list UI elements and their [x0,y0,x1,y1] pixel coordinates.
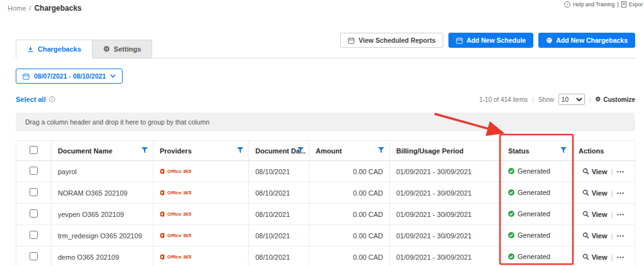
column-header-document-date[interactable]: Document Da... ↑ [249,141,309,161]
row-checkbox[interactable] [30,231,38,239]
row-checkbox[interactable] [30,209,38,218]
provider-cell: Office 365 [153,182,249,204]
view-button[interactable]: View [582,232,608,240]
column-header-amount[interactable]: Amount [309,141,390,161]
help-and-training-link[interactable]: Help and Training [573,1,615,8]
billing-period-cell: 01/09/2021 - 30/09/2021 [390,247,502,266]
amount-cell: 0.00 CAD [309,247,390,266]
provider-name: Office 365 [167,190,191,196]
actions-divider: | [611,189,613,197]
customize-label: Customize [603,96,635,103]
topbar-divider: | [618,1,619,8]
plus-circle-icon: ⊕ [546,36,552,44]
status-cell: Generated [502,161,572,182]
actions-divider: | [611,211,613,218]
row-checkbox-cell [16,161,52,182]
office-365-icon [160,233,165,238]
actions-divider: | [611,232,613,240]
topbar-links: ? Help and Training | Expor [564,1,643,8]
pagination-controls: 1-10 of 414 items | Show 10 | ⚙ Customiz… [479,94,635,105]
tab-chargebacks[interactable]: Chargebacks [16,40,92,58]
calendar-icon [23,73,30,80]
status-label: Generated [518,210,550,218]
row-checkbox[interactable] [30,252,38,260]
filter-icon[interactable] [237,147,243,155]
group-by-drop-zone[interactable]: Drag a column header and drop it here to… [16,113,635,131]
row-checkbox[interactable] [30,188,38,196]
office-365-icon [160,169,165,174]
column-header-billing-period[interactable]: Billing/Usage Period [390,141,502,161]
breadcrumb-separator: / [29,4,31,12]
check-circle-icon [508,232,514,238]
date-range-value: 08/07/2021 - 08/10/2021 [34,72,106,80]
calendar-icon [348,37,355,44]
table-row: NORAM O365 202109 Office 365 08/10/2021 … [16,182,635,204]
select-all-link[interactable]: Select all [16,96,55,103]
gear-icon: ⚙ [103,45,110,53]
filter-icon[interactable] [378,147,384,155]
check-circle-icon [508,189,514,196]
magnifier-icon [582,168,589,175]
view-button[interactable]: View [582,168,608,175]
actions-cell: View | ⋯ [572,225,635,247]
page-size-select[interactable]: 10 [558,94,585,105]
customize-button[interactable]: ⚙ Customize [595,96,635,103]
show-label: Show [538,96,554,103]
export-link[interactable]: Expor [629,1,643,8]
actions-cell: View | ⋯ [572,247,635,266]
filter-icon[interactable] [297,147,304,155]
tabs-and-actions-row: Chargebacks ⚙ Settings View Scheduled Re… [16,33,635,58]
view-label: View [592,189,608,197]
select-all-checkbox[interactable] [30,146,38,154]
date-range-picker[interactable]: 08/07/2021 - 08/10/2021 [16,69,123,84]
filter-icon[interactable] [142,147,148,155]
provider-cell: Office 365 [153,161,249,182]
document-date-cell: 08/10/2021 [249,204,309,225]
more-actions-button[interactable]: ⋯ [616,189,625,197]
office-365-icon [160,254,165,260]
gear-icon: ⚙ [595,96,601,103]
provider-name: Office 365 [167,169,191,174]
add-new-chargebacks-button[interactable]: ⊕ Add New Chargebacks [538,33,635,48]
more-actions-button[interactable]: ⋯ [616,210,625,219]
breadcrumb-home-link[interactable]: Home [8,4,26,12]
table-row: trm_redesign O365 202109 Office 365 08/1… [16,225,635,247]
check-circle-icon [508,168,514,174]
breadcrumb: Home / Chargebacks [8,4,82,13]
add-new-schedule-button[interactable]: Add New Schedule [448,33,534,48]
column-header-providers[interactable]: Providers [153,141,249,161]
main-content: Chargebacks ⚙ Settings View Scheduled Re… [0,33,644,266]
table-body: payrol Office 365 08/10/2021 0.00 CAD 0 [16,161,635,266]
document-name-cell: demo O365 202109 [52,247,153,266]
view-button[interactable]: View [582,253,608,261]
chargebacks-page: Home / Chargebacks ? Help and Training |… [0,0,644,266]
more-actions-button[interactable]: ⋯ [616,167,625,176]
document-name-cell: yevpen O365 202109 [52,204,153,225]
column-label: Status [508,147,530,155]
tab-settings[interactable]: ⚙ Settings [92,40,152,58]
column-header-status[interactable]: Status [502,141,572,161]
document-name-cell: NORAM O365 202109 [52,182,153,204]
view-scheduled-reports-button[interactable]: View Scheduled Reports [340,33,443,48]
column-label: Amount [316,147,342,155]
check-circle-icon [508,253,514,260]
view-button[interactable]: View [582,189,608,197]
status-cell: Generated [502,182,572,204]
column-header-document-name[interactable]: Document Name [52,141,153,161]
provider-cell: Office 365 [153,204,249,225]
row-checkbox[interactable] [30,167,38,175]
actions-cell: View | ⋯ [572,182,635,204]
sort-ascending-icon[interactable]: ↑ [291,148,294,154]
action-buttons: View Scheduled Reports Add New Schedule … [340,33,635,48]
button-label: View Scheduled Reports [358,36,435,44]
status-cell: Generated [502,225,572,247]
divider: | [532,96,534,103]
view-button[interactable]: View [582,211,608,218]
more-actions-button[interactable]: ⋯ [616,253,625,262]
button-label: Add New Chargebacks [556,36,628,44]
more-actions-button[interactable]: ⋯ [616,231,625,240]
column-label: Actions [579,147,604,155]
export-icon [621,1,626,8]
filter-icon[interactable] [560,147,567,155]
provider-name: Office 365 [167,233,191,238]
